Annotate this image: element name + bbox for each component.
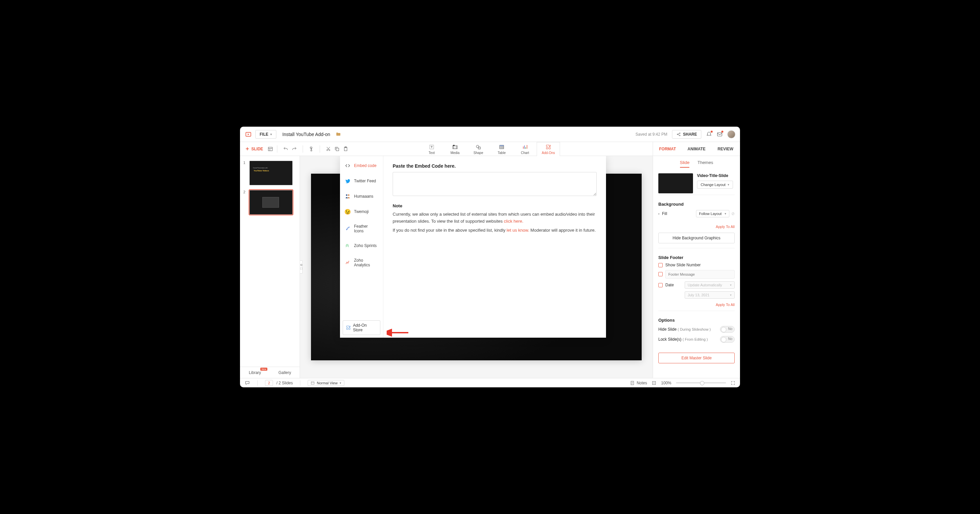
zoom-level: 100% <box>661 381 671 385</box>
options-heading: Options <box>658 318 735 323</box>
fit-to-window-icon[interactable] <box>652 381 656 385</box>
tab-chart[interactable]: Chart <box>513 142 537 156</box>
current-slide-number[interactable]: 2 <box>265 380 273 386</box>
format-subtabs: Slide Themes <box>653 156 740 171</box>
addons-sidebar: Embed code Twitter Feed Humaaans 😉 Twemo… <box>340 156 383 338</box>
footer-message-checkbox[interactable] <box>658 270 735 278</box>
comments-icon[interactable] <box>245 380 250 386</box>
slide-thumb-2[interactable]: 2 <box>240 189 300 218</box>
date-checkbox[interactable]: Date Update Automatically▾ <box>658 281 735 289</box>
addon-store-button[interactable]: Add-On Store <box>343 320 380 335</box>
hide-background-graphics-button[interactable]: Hide Background Graphics <box>658 233 735 243</box>
svg-rect-16 <box>500 145 504 146</box>
change-layout-button[interactable]: Change Layout ▾ <box>697 181 733 189</box>
format-painter-icon[interactable] <box>309 146 314 152</box>
notifications-icon[interactable] <box>706 131 712 137</box>
divider <box>257 380 258 386</box>
slides-list: 1 Create Presentation with YouTube Video… <box>240 156 300 367</box>
addon-item-twitter[interactable]: Twitter Feed <box>340 173 383 189</box>
note-paragraph-2: If you do not find your site in the abov… <box>393 227 597 234</box>
edit-master-slide-button[interactable]: Edit Master Slide <box>658 353 735 363</box>
subtab-slide[interactable]: Slide <box>680 160 690 168</box>
redo-icon[interactable] <box>292 146 297 152</box>
notes-toggle[interactable]: Notes <box>630 381 647 385</box>
tab-review[interactable]: REVIEW <box>711 142 740 156</box>
svg-point-6 <box>327 150 328 150</box>
date-value-select[interactable]: July 13, 2021▾ <box>685 291 735 299</box>
share-button[interactable]: SHARE <box>672 130 702 138</box>
topbar-right: Saved at 9:42 PM SHARE <box>636 130 735 138</box>
panel-collapse-handle[interactable]: �口 <box>300 260 303 274</box>
slide-thumb-1[interactable]: 1 Create Presentation with YouTube Video… <box>240 159 300 189</box>
supported-sites-link[interactable]: click here. <box>504 219 523 224</box>
subtab-themes[interactable]: Themes <box>697 160 713 168</box>
show-slide-number-checkbox[interactable]: Show Slide Number <box>658 263 735 267</box>
copy-icon[interactable] <box>334 146 340 152</box>
share-icon <box>676 132 681 137</box>
humaaans-icon <box>345 193 351 199</box>
share-label: SHARE <box>683 132 697 137</box>
right-panel-tabs: FORMAT ANIMATE REVIEW <box>653 142 740 156</box>
footer-message-input[interactable] <box>665 270 735 278</box>
fill-select[interactable]: Follow Layout ▾ <box>696 210 729 217</box>
inbox-icon[interactable] <box>717 131 723 137</box>
tab-gallery[interactable]: Gallery <box>270 367 300 378</box>
undo-icon[interactable] <box>283 146 288 152</box>
footer-heading: Slide Footer <box>658 255 735 260</box>
addon-item-humaaans[interactable]: Humaaans <box>340 189 383 204</box>
slide-preview-row: Video-Title-Slide Change Layout ▾ <box>653 171 740 193</box>
lock-slide-toggle[interactable] <box>720 336 735 343</box>
file-menu[interactable]: FILE ▾ <box>255 130 276 138</box>
svg-point-2 <box>679 133 680 133</box>
zoho-sprints-icon <box>345 243 351 249</box>
tab-media[interactable]: Media <box>443 142 467 156</box>
chevron-down-icon: ▾ <box>725 212 726 215</box>
addon-item-feather[interactable]: Feather Icons <box>340 219 383 238</box>
add-slide-button[interactable]: ＋ SLIDE <box>245 145 263 152</box>
apply-to-all-footer-link[interactable]: Apply To All <box>653 302 740 309</box>
tab-library[interactable]: Library New <box>240 367 270 378</box>
tab-format[interactable]: FORMAT <box>653 142 682 156</box>
app-logo-icon <box>245 130 252 138</box>
cut-icon[interactable] <box>326 146 331 152</box>
note-paragraph-1: Currently, we allow only a selected list… <box>393 211 597 225</box>
note-heading: Note <box>393 203 597 208</box>
slide-name-label: Video-Title-Slide <box>697 173 735 178</box>
embed-code-input[interactable] <box>393 172 597 196</box>
background-heading: Background <box>658 202 735 207</box>
tab-animate[interactable]: ANIMATE <box>682 142 711 156</box>
let-us-know-link[interactable]: let us know. <box>507 228 529 233</box>
addon-item-twemoji[interactable]: 😉 Twemoji <box>340 204 383 219</box>
tab-shape[interactable]: Shape <box>467 142 490 156</box>
svg-rect-8 <box>336 148 339 151</box>
addons-panel: Embed code Twitter Feed Humaaans 😉 Twemo… <box>340 156 606 338</box>
twemoji-icon: 😉 <box>345 208 351 215</box>
tab-addons[interactable]: Add-Ons <box>537 142 560 156</box>
chevron-down-icon: ▾ <box>340 381 341 385</box>
view-mode-select[interactable]: Normal View ▾ <box>308 380 344 386</box>
svg-point-3 <box>679 135 680 136</box>
slide-layout-icon[interactable] <box>268 146 273 152</box>
addon-item-sprints[interactable]: Zoho Sprints <box>340 238 383 253</box>
document-title[interactable]: Install YouTube Add-on <box>282 132 330 137</box>
format-panel: Slide Themes Video-Title-Slide Change La… <box>653 156 740 378</box>
paste-icon[interactable] <box>343 146 348 152</box>
zoom-slider[interactable] <box>676 382 726 384</box>
tab-table[interactable]: Table <box>490 142 513 156</box>
tab-text[interactable]: Text <box>420 142 443 156</box>
folder-icon[interactable] <box>336 132 341 137</box>
date-mode-select[interactable]: Update Automatically▾ <box>685 281 735 289</box>
svg-point-18 <box>346 194 348 196</box>
addon-item-analytics[interactable]: Zoho Analytics <box>340 253 383 272</box>
hide-slide-toggle[interactable] <box>720 326 735 333</box>
user-avatar[interactable] <box>727 130 735 138</box>
app-window: FILE ▾ Install YouTube Add-on Saved at 9… <box>240 127 740 387</box>
fullscreen-icon[interactable] <box>731 381 735 385</box>
main-area: 1 Create Presentation with YouTube Video… <box>240 156 740 378</box>
addon-item-embed[interactable]: Embed code <box>340 158 383 173</box>
chevron-down-icon: ▾ <box>728 183 729 186</box>
remove-fill-icon[interactable]: ⊘ <box>731 211 735 216</box>
embed-title: Paste the Embed Code here. <box>393 163 597 169</box>
slide-strip: 1 Create Presentation with YouTube Video… <box>240 156 300 378</box>
apply-to-all-link[interactable]: Apply To All <box>653 224 740 231</box>
